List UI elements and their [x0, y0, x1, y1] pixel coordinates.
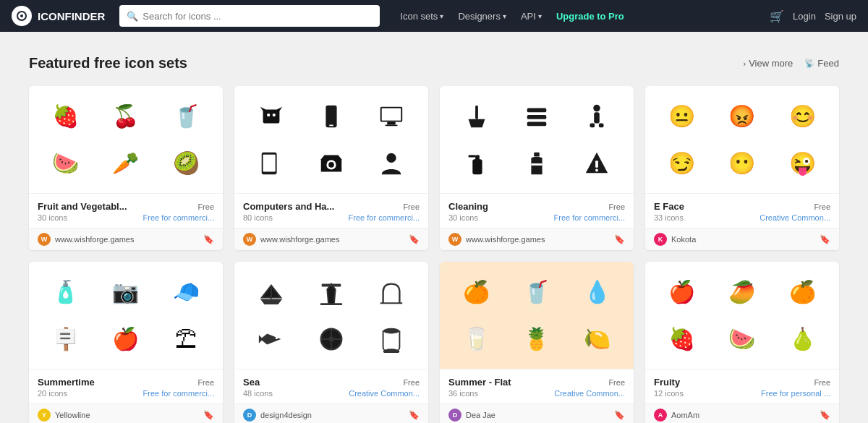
- svg-point-37: [328, 336, 334, 342]
- svg-rect-16: [475, 105, 478, 119]
- designers-link[interactable]: Designers ▾: [452, 8, 512, 25]
- author-name[interactable]: www.wishforge.games: [466, 235, 545, 244]
- card-preview: [234, 86, 428, 193]
- card-title: Fruity: [654, 377, 680, 388]
- bookmark-icon[interactable]: 🔖: [409, 410, 420, 420]
- card-sea[interactable]: Sea Free 48 icons Creative Common... D d…: [234, 262, 428, 423]
- card-icons-count: 20 icons: [38, 389, 67, 398]
- bookmark-icon[interactable]: 🔖: [614, 234, 625, 244]
- card-info: Fruity Free 12 icons Free for personal .…: [645, 369, 839, 403]
- card-badge-free: Free: [197, 378, 214, 387]
- card-title: Cleaning: [448, 201, 488, 212]
- card-license[interactable]: Creative Common...: [554, 389, 625, 398]
- bookmark-icon[interactable]: 🔖: [203, 234, 214, 244]
- preview-icon: 🍓: [665, 322, 699, 356]
- svg-point-43: [383, 349, 400, 353]
- svg-rect-10: [386, 124, 398, 126]
- preview-icon: 😊: [785, 99, 820, 134]
- author-name[interactable]: www.wishforge.games: [55, 235, 134, 244]
- upgrade-link[interactable]: Upgrade to Pro: [550, 8, 630, 25]
- card-summer-flat[interactable]: 🍊🥤💧🥛🍍🍋 Summer - Flat Free 36 icons Creat…: [440, 262, 634, 423]
- author-avatar: W: [448, 233, 461, 246]
- svg-rect-32: [322, 283, 341, 286]
- bookmark-icon[interactable]: 🔖: [820, 234, 830, 244]
- author-name[interactable]: www.wishforge.games: [260, 235, 339, 244]
- preview-icon: 🍎: [109, 322, 143, 356]
- bookmark-icon[interactable]: 🔖: [614, 410, 625, 420]
- author-avatar: A: [654, 409, 667, 422]
- card-info: Summer - Flat Free 36 icons Creative Com…: [440, 369, 634, 403]
- chevron-down-icon: ▾: [440, 12, 443, 20]
- icon-sets-link[interactable]: Icon sets ▾: [394, 8, 449, 25]
- preview-icon: 💧: [579, 275, 614, 309]
- cart-icon[interactable]: 🛒: [770, 9, 784, 23]
- main-content: Featured free icon sets › View more 📡 Fe…: [0, 32, 868, 423]
- card-license[interactable]: Free for commerci...: [554, 213, 625, 222]
- site-logo[interactable]: ICONFINDER: [12, 6, 105, 26]
- chevron-down-icon: ▾: [503, 12, 506, 20]
- card-license[interactable]: Free for personal ...: [761, 389, 830, 398]
- card-preview: 🍓🍒🥤🍉🥕🥝: [29, 86, 223, 193]
- bookmark-icon[interactable]: 🔖: [203, 410, 214, 420]
- card-author: Y Yellowline 🔖: [29, 403, 223, 423]
- section-actions: › View more 📡 Feed: [744, 58, 840, 69]
- card-badge-free: Free: [814, 202, 830, 211]
- search-bar[interactable]: 🔍: [119, 5, 380, 27]
- signup-link[interactable]: Sign up: [825, 11, 856, 22]
- card-info: E Face Free 33 icons Creative Common...: [645, 193, 839, 228]
- svg-rect-28: [531, 163, 542, 166]
- bookmark-icon[interactable]: 🔖: [409, 234, 420, 244]
- card-license[interactable]: Free for commerci...: [349, 213, 420, 222]
- author-name[interactable]: Dea Jae: [466, 411, 495, 419]
- card-author: D design4design 🔖: [234, 403, 428, 423]
- card-license[interactable]: Creative Common...: [349, 389, 420, 398]
- view-more-link[interactable]: › View more: [744, 58, 793, 69]
- preview-icon: 🍉: [48, 146, 83, 181]
- chevron-down-icon: ▾: [538, 12, 542, 20]
- card-preview: 😐😡😊😏😶😜: [645, 86, 839, 193]
- author-name[interactable]: design4design: [260, 411, 312, 419]
- author-avatar: D: [243, 409, 256, 422]
- login-link[interactable]: Login: [793, 11, 816, 22]
- card-author: D Dea Jae 🔖: [440, 403, 634, 423]
- card-summertime[interactable]: 🧴📷🧢🪧🍎⛱ Summertime Free 20 icons Free for…: [29, 262, 223, 423]
- card-badge-free: Free: [608, 202, 625, 211]
- svg-rect-18: [527, 115, 547, 119]
- svg-point-30: [595, 168, 598, 171]
- preview-icon: [254, 146, 289, 181]
- preview-icon: 🍊: [785, 275, 820, 309]
- svg-rect-3: [267, 114, 270, 116]
- author-name[interactable]: Yellowline: [55, 411, 90, 419]
- preview-icon: [314, 146, 349, 181]
- card-title: E Face: [654, 201, 684, 212]
- card-icons-count: 80 icons: [243, 213, 273, 222]
- preview-icon: [459, 146, 494, 181]
- svg-rect-26: [468, 155, 475, 157]
- preview-icon: 🍉: [725, 322, 760, 356]
- card-license[interactable]: Free for commerci...: [143, 213, 214, 222]
- svg-rect-17: [527, 108, 547, 112]
- bookmark-icon[interactable]: 🔖: [820, 410, 830, 420]
- card-badge-free: Free: [197, 202, 214, 211]
- preview-icon: 😏: [665, 146, 699, 181]
- preview-icon: [374, 322, 409, 356]
- card-title: Summer - Flat: [448, 377, 511, 388]
- card-cleaning[interactable]: Cleaning Free 30 icons Free for commerci…: [440, 86, 634, 250]
- preview-icon: [579, 99, 614, 134]
- author-name[interactable]: AomAm: [671, 411, 699, 419]
- card-license[interactable]: Free for commerci...: [143, 389, 214, 398]
- search-input[interactable]: [142, 11, 373, 22]
- api-link[interactable]: API ▾: [515, 8, 548, 25]
- author-name[interactable]: Kokota: [671, 235, 696, 244]
- svg-point-35: [275, 336, 278, 339]
- feed-link[interactable]: 📡 Feed: [804, 58, 839, 69]
- svg-rect-5: [326, 105, 336, 127]
- card-fruity[interactable]: 🍎🥭🍊🍓🍉🍐 Fruity Free 12 icons Free for per…: [645, 262, 839, 423]
- preview-icon: [374, 275, 409, 309]
- card-computers[interactable]: Computers and Ha... Free 80 icons Free f…: [234, 86, 428, 250]
- card-eface[interactable]: 😐😡😊😏😶😜 E Face Free 33 icons Creative Com…: [645, 86, 839, 250]
- card-title: Sea: [243, 377, 260, 388]
- card-fruit-veg[interactable]: 🍓🍒🥤🍉🥕🥝 Fruit and Vegetabl... Free 30 ico…: [29, 86, 223, 250]
- card-icons-count: 12 icons: [654, 389, 684, 398]
- card-license[interactable]: Creative Common...: [760, 213, 830, 222]
